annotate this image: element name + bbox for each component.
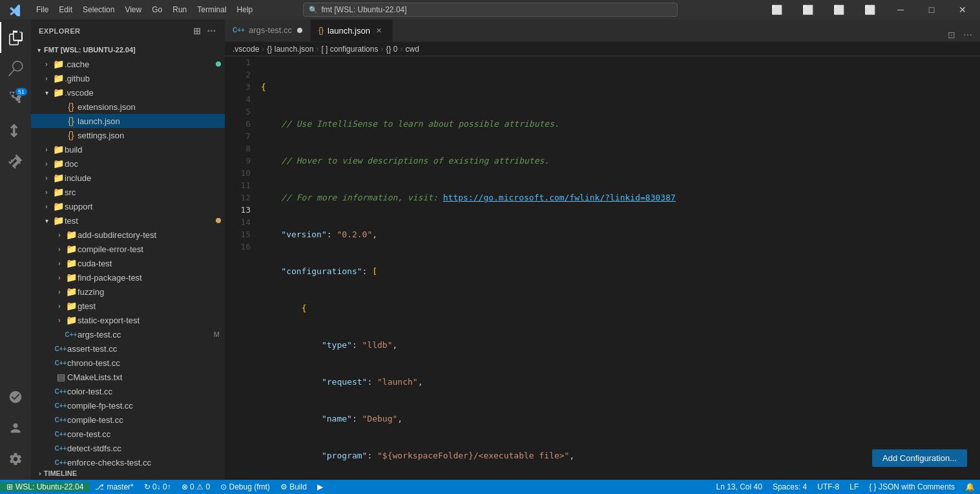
menu-edit[interactable]: Edit bbox=[54, 0, 78, 19]
build-arrow-icon: › bbox=[41, 146, 52, 153]
sidebar-item-cmakelists[interactable]: ▤ CMakeLists.txt bbox=[31, 370, 225, 384]
sidebar-item-args-test[interactable]: C++ args-test.cc M bbox=[31, 327, 225, 341]
layout-btn2[interactable]: ⬜ bbox=[793, 0, 822, 19]
status-branch[interactable]: ⎇ master* bbox=[90, 482, 138, 491]
static-export-label: static-export-test bbox=[78, 316, 225, 325]
sidebar-item-color-test[interactable]: C++ color-test.cc bbox=[31, 384, 225, 398]
status-debug[interactable]: ⊙ Debug (fmt) bbox=[215, 482, 275, 491]
sidebar-item-compile-error[interactable]: › 📁 compile-error-test bbox=[31, 242, 225, 256]
tab-launch-json[interactable]: {} launch.json ✕ bbox=[311, 19, 393, 41]
menu-selection[interactable]: Selection bbox=[78, 0, 120, 19]
more-editor-icon[interactable]: ⋯ bbox=[961, 28, 975, 41]
timeline-section[interactable]: › TIMELINE bbox=[31, 467, 225, 480]
sidebar-item-test[interactable]: ▾ 📁 test bbox=[31, 213, 225, 228]
sidebar-item-assert-test[interactable]: C++ assert-test.cc bbox=[31, 341, 225, 356]
source-control-icon[interactable]: 51 bbox=[0, 84, 31, 115]
accounts-icon[interactable] bbox=[0, 413, 31, 444]
include-label: include bbox=[65, 173, 225, 183]
sidebar-item-vscode[interactable]: ▾ 📁 .vscode bbox=[31, 85, 225, 100]
breadcrumb-cwd[interactable]: cwd bbox=[406, 45, 419, 54]
settings-icon[interactable] bbox=[0, 444, 31, 475]
sidebar-item-src[interactable]: › 📁 src bbox=[31, 185, 225, 199]
sidebar-item-github[interactable]: › 📁 .github bbox=[31, 71, 225, 85]
command-search[interactable]: 🔍 fmt [WSL: Ubuntu-22.04] bbox=[303, 3, 678, 17]
menu-help[interactable]: Help bbox=[232, 0, 258, 19]
core-test-label: core-test.cc bbox=[67, 429, 225, 439]
explorer-icon[interactable] bbox=[0, 22, 31, 53]
sidebar-item-doc[interactable]: › 📁 doc bbox=[31, 156, 225, 171]
sidebar-item-support[interactable]: › 📁 support bbox=[31, 199, 225, 213]
status-run[interactable]: ▶ bbox=[312, 482, 328, 491]
status-language[interactable]: { } JSON with Comments bbox=[864, 482, 960, 491]
status-spaces[interactable]: Spaces: 4 bbox=[767, 482, 812, 491]
sidebar-item-include[interactable]: › 📁 include bbox=[31, 171, 225, 185]
remote-icon[interactable] bbox=[0, 381, 31, 413]
detect-stdfs-label: detect-stdfs.cc bbox=[67, 444, 225, 453]
status-encoding[interactable]: UTF-8 bbox=[812, 482, 844, 491]
support-arrow-icon: › bbox=[41, 203, 52, 210]
doc-arrow-icon: › bbox=[41, 160, 52, 167]
tree-root[interactable]: ▾ FMT [WSL: UBUNTU-22.04] bbox=[31, 43, 225, 57]
status-errors[interactable]: ⊗ 0 ⚠ 0 bbox=[176, 482, 215, 491]
breadcrumb-launch[interactable]: {} launch.json bbox=[267, 45, 313, 54]
layout-btn[interactable]: ⬜ bbox=[762, 0, 791, 19]
args-test-label: args-test.cc bbox=[78, 330, 214, 339]
status-build[interactable]: ⚙ Build bbox=[275, 482, 312, 491]
titlebar-right: ⬜ ⬜ ⬜ ⬜ ─ □ ✕ bbox=[762, 0, 980, 19]
menu-terminal[interactable]: Terminal bbox=[192, 0, 231, 19]
sidebar-item-cuda[interactable]: › 📁 cuda-test bbox=[31, 256, 225, 270]
status-bell[interactable]: 🔔 bbox=[960, 482, 980, 491]
status-line-ending[interactable]: LF bbox=[844, 482, 864, 491]
color-test-icon: C++ bbox=[54, 388, 67, 395]
tab-close-button[interactable]: ✕ bbox=[374, 25, 384, 36]
breadcrumb-configurations[interactable]: [ ] configurations bbox=[321, 45, 378, 54]
sidebar-item-chrono-test[interactable]: C++ chrono-test.cc bbox=[31, 356, 225, 370]
tab-args-test[interactable]: C++ args-test.cc bbox=[225, 19, 311, 41]
minimize-button[interactable]: ─ bbox=[886, 0, 915, 19]
sidebar-item-static-export[interactable]: › 📁 static-export-test bbox=[31, 313, 225, 327]
breadcrumb-0[interactable]: {} 0 bbox=[386, 45, 397, 54]
src-label: src bbox=[65, 188, 225, 197]
layout-btn3[interactable]: ⬜ bbox=[824, 0, 853, 19]
split-editor-icon[interactable]: ⊡ bbox=[945, 28, 958, 41]
sidebar-item-find-package[interactable]: › 📁 find-package-test bbox=[31, 270, 225, 285]
run-debug-icon[interactable] bbox=[0, 115, 31, 146]
find-package-label: find-package-test bbox=[78, 273, 225, 283]
sidebar-item-compile-fp[interactable]: C++ compile-fp-test.cc bbox=[31, 398, 225, 413]
sync-label: ↻ 0↓ 0↑ bbox=[144, 482, 171, 491]
extensions-icon[interactable] bbox=[0, 146, 31, 177]
status-wsl[interactable]: ⊞ WSL: Ubuntu-22.04 bbox=[0, 482, 90, 491]
sidebar-item-build[interactable]: › 📁 build bbox=[31, 142, 225, 156]
code-editor[interactable]: { // Use IntelliSense to learn about pos… bbox=[256, 56, 980, 480]
more-options-icon[interactable]: ⋯ bbox=[205, 25, 218, 38]
menu-view[interactable]: View bbox=[120, 0, 147, 19]
sidebar-item-core-test[interactable]: C++ core-test.cc bbox=[31, 427, 225, 441]
layout-btn4[interactable]: ⬜ bbox=[855, 0, 884, 19]
breadcrumb-vscode[interactable]: .vscode bbox=[233, 45, 259, 54]
sidebar-item-settings[interactable]: {} settings.json bbox=[31, 128, 225, 142]
menu-go[interactable]: Go bbox=[147, 0, 167, 19]
maximize-button[interactable]: □ bbox=[917, 0, 946, 19]
sidebar-item-launch[interactable]: {} launch.json bbox=[31, 114, 225, 128]
editor-area: C++ args-test.cc {} launch.json ✕ ⊡ ⋯ .v… bbox=[225, 19, 980, 480]
menu-file[interactable]: File bbox=[31, 0, 54, 19]
sidebar-item-cache[interactable]: › 📁 .cache bbox=[31, 57, 225, 71]
sidebar-item-fuzzing[interactable]: › 📁 fuzzing bbox=[31, 285, 225, 299]
github-arrow-icon: › bbox=[41, 75, 52, 82]
sidebar-item-gtest[interactable]: › 📁 gtest bbox=[31, 299, 225, 313]
sidebar-item-add-subdirectory[interactable]: › 📁 add-subdirectory-test bbox=[31, 228, 225, 242]
sidebar-item-detect-stdfs[interactable]: C++ detect-stdfs.cc bbox=[31, 441, 225, 455]
new-file-icon[interactable]: ⊞ bbox=[192, 25, 203, 38]
breadcrumb-sep1: › bbox=[262, 45, 264, 54]
close-button[interactable]: ✕ bbox=[948, 0, 977, 19]
sidebar-item-enforce-checks[interactable]: C++ enforce-checks-test.cc bbox=[31, 455, 225, 467]
menu-run[interactable]: Run bbox=[167, 0, 192, 19]
sidebar-item-compile-test[interactable]: C++ compile-test.cc bbox=[31, 413, 225, 427]
add-configuration-button[interactable]: Add Configuration... bbox=[872, 449, 967, 467]
cache-folder-icon: 📁 bbox=[52, 59, 65, 69]
search-activity-icon[interactable] bbox=[0, 53, 31, 84]
sidebar-item-extensions[interactable]: {} extensions.json bbox=[31, 100, 225, 114]
status-position[interactable]: Ln 13, Col 40 bbox=[711, 482, 767, 491]
enforce-checks-icon: C++ bbox=[54, 459, 67, 466]
status-sync[interactable]: ↻ 0↓ 0↑ bbox=[139, 482, 176, 491]
